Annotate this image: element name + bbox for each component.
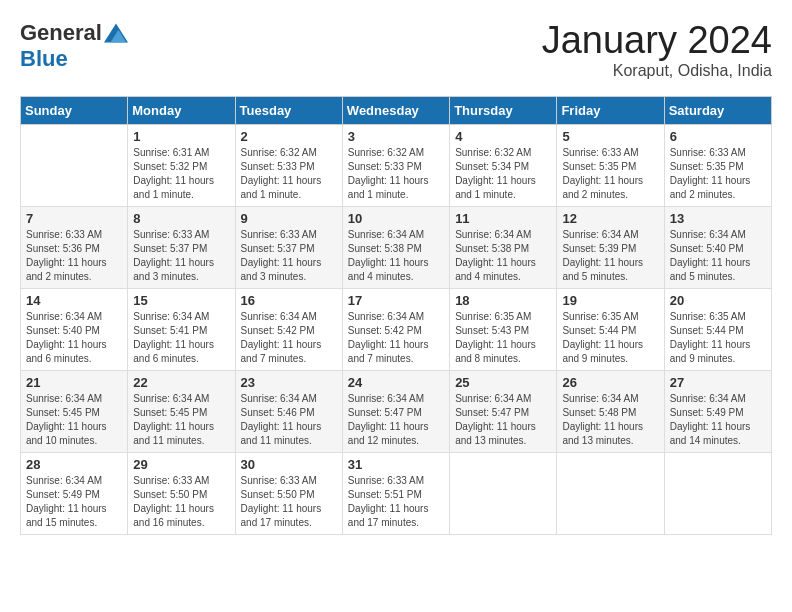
table-row: 20 Sunrise: 6:35 AMSunset: 5:44 PMDaylig…	[664, 288, 771, 370]
table-row	[557, 452, 664, 534]
day-info: Sunrise: 6:33 AMSunset: 5:36 PMDaylight:…	[26, 228, 122, 284]
day-info: Sunrise: 6:33 AMSunset: 5:35 PMDaylight:…	[670, 146, 766, 202]
day-number: 7	[26, 211, 122, 226]
table-row: 25 Sunrise: 6:34 AMSunset: 5:47 PMDaylig…	[450, 370, 557, 452]
day-number: 30	[241, 457, 337, 472]
table-row: 16 Sunrise: 6:34 AMSunset: 5:42 PMDaylig…	[235, 288, 342, 370]
page-header: General Blue January 2024 Koraput, Odish…	[20, 20, 772, 80]
day-number: 11	[455, 211, 551, 226]
day-info: Sunrise: 6:34 AMSunset: 5:49 PMDaylight:…	[670, 392, 766, 448]
table-row	[21, 124, 128, 206]
table-row: 15 Sunrise: 6:34 AMSunset: 5:41 PMDaylig…	[128, 288, 235, 370]
table-row: 7 Sunrise: 6:33 AMSunset: 5:36 PMDayligh…	[21, 206, 128, 288]
day-info: Sunrise: 6:33 AMSunset: 5:35 PMDaylight:…	[562, 146, 658, 202]
day-number: 6	[670, 129, 766, 144]
day-info: Sunrise: 6:33 AMSunset: 5:51 PMDaylight:…	[348, 474, 444, 530]
table-row: 23 Sunrise: 6:34 AMSunset: 5:46 PMDaylig…	[235, 370, 342, 452]
calendar-table: Sunday Monday Tuesday Wednesday Thursday…	[20, 96, 772, 535]
day-number: 27	[670, 375, 766, 390]
table-row: 8 Sunrise: 6:33 AMSunset: 5:37 PMDayligh…	[128, 206, 235, 288]
day-info: Sunrise: 6:34 AMSunset: 5:47 PMDaylight:…	[455, 392, 551, 448]
day-number: 17	[348, 293, 444, 308]
calendar-week-row: 28 Sunrise: 6:34 AMSunset: 5:49 PMDaylig…	[21, 452, 772, 534]
day-number: 3	[348, 129, 444, 144]
table-row: 11 Sunrise: 6:34 AMSunset: 5:38 PMDaylig…	[450, 206, 557, 288]
day-info: Sunrise: 6:34 AMSunset: 5:41 PMDaylight:…	[133, 310, 229, 366]
day-info: Sunrise: 6:31 AMSunset: 5:32 PMDaylight:…	[133, 146, 229, 202]
table-row: 24 Sunrise: 6:34 AMSunset: 5:47 PMDaylig…	[342, 370, 449, 452]
table-row	[450, 452, 557, 534]
day-info: Sunrise: 6:33 AMSunset: 5:37 PMDaylight:…	[133, 228, 229, 284]
day-info: Sunrise: 6:34 AMSunset: 5:42 PMDaylight:…	[241, 310, 337, 366]
header-friday: Friday	[557, 96, 664, 124]
table-row: 26 Sunrise: 6:34 AMSunset: 5:48 PMDaylig…	[557, 370, 664, 452]
day-number: 13	[670, 211, 766, 226]
table-row	[664, 452, 771, 534]
day-number: 28	[26, 457, 122, 472]
title-block: January 2024 Koraput, Odisha, India	[542, 20, 772, 80]
day-info: Sunrise: 6:34 AMSunset: 5:49 PMDaylight:…	[26, 474, 122, 530]
day-number: 8	[133, 211, 229, 226]
day-info: Sunrise: 6:34 AMSunset: 5:40 PMDaylight:…	[26, 310, 122, 366]
day-info: Sunrise: 6:35 AMSunset: 5:44 PMDaylight:…	[562, 310, 658, 366]
day-number: 1	[133, 129, 229, 144]
day-info: Sunrise: 6:34 AMSunset: 5:48 PMDaylight:…	[562, 392, 658, 448]
location: Koraput, Odisha, India	[542, 62, 772, 80]
table-row: 1 Sunrise: 6:31 AMSunset: 5:32 PMDayligh…	[128, 124, 235, 206]
table-row: 22 Sunrise: 6:34 AMSunset: 5:45 PMDaylig…	[128, 370, 235, 452]
day-info: Sunrise: 6:34 AMSunset: 5:38 PMDaylight:…	[455, 228, 551, 284]
table-row: 9 Sunrise: 6:33 AMSunset: 5:37 PMDayligh…	[235, 206, 342, 288]
day-number: 4	[455, 129, 551, 144]
day-number: 21	[26, 375, 122, 390]
day-number: 31	[348, 457, 444, 472]
day-info: Sunrise: 6:32 AMSunset: 5:33 PMDaylight:…	[241, 146, 337, 202]
table-row: 10 Sunrise: 6:34 AMSunset: 5:38 PMDaylig…	[342, 206, 449, 288]
day-number: 26	[562, 375, 658, 390]
day-number: 25	[455, 375, 551, 390]
logo: General Blue	[20, 20, 128, 72]
day-number: 5	[562, 129, 658, 144]
day-info: Sunrise: 6:33 AMSunset: 5:37 PMDaylight:…	[241, 228, 337, 284]
day-info: Sunrise: 6:34 AMSunset: 5:45 PMDaylight:…	[133, 392, 229, 448]
table-row: 2 Sunrise: 6:32 AMSunset: 5:33 PMDayligh…	[235, 124, 342, 206]
day-number: 22	[133, 375, 229, 390]
day-number: 2	[241, 129, 337, 144]
table-row: 17 Sunrise: 6:34 AMSunset: 5:42 PMDaylig…	[342, 288, 449, 370]
calendar-week-row: 7 Sunrise: 6:33 AMSunset: 5:36 PMDayligh…	[21, 206, 772, 288]
calendar-week-row: 1 Sunrise: 6:31 AMSunset: 5:32 PMDayligh…	[21, 124, 772, 206]
table-row: 31 Sunrise: 6:33 AMSunset: 5:51 PMDaylig…	[342, 452, 449, 534]
header-tuesday: Tuesday	[235, 96, 342, 124]
logo-general: General	[20, 20, 102, 46]
month-title: January 2024	[542, 20, 772, 62]
table-row: 13 Sunrise: 6:34 AMSunset: 5:40 PMDaylig…	[664, 206, 771, 288]
day-number: 15	[133, 293, 229, 308]
day-info: Sunrise: 6:33 AMSunset: 5:50 PMDaylight:…	[241, 474, 337, 530]
table-row: 14 Sunrise: 6:34 AMSunset: 5:40 PMDaylig…	[21, 288, 128, 370]
day-info: Sunrise: 6:32 AMSunset: 5:34 PMDaylight:…	[455, 146, 551, 202]
header-wednesday: Wednesday	[342, 96, 449, 124]
table-row: 4 Sunrise: 6:32 AMSunset: 5:34 PMDayligh…	[450, 124, 557, 206]
day-number: 9	[241, 211, 337, 226]
day-number: 14	[26, 293, 122, 308]
table-row: 5 Sunrise: 6:33 AMSunset: 5:35 PMDayligh…	[557, 124, 664, 206]
day-info: Sunrise: 6:34 AMSunset: 5:45 PMDaylight:…	[26, 392, 122, 448]
day-info: Sunrise: 6:34 AMSunset: 5:39 PMDaylight:…	[562, 228, 658, 284]
day-info: Sunrise: 6:35 AMSunset: 5:44 PMDaylight:…	[670, 310, 766, 366]
table-row: 27 Sunrise: 6:34 AMSunset: 5:49 PMDaylig…	[664, 370, 771, 452]
day-number: 24	[348, 375, 444, 390]
day-number: 16	[241, 293, 337, 308]
day-info: Sunrise: 6:34 AMSunset: 5:47 PMDaylight:…	[348, 392, 444, 448]
table-row: 6 Sunrise: 6:33 AMSunset: 5:35 PMDayligh…	[664, 124, 771, 206]
logo-icon	[104, 23, 128, 43]
header-monday: Monday	[128, 96, 235, 124]
header-saturday: Saturday	[664, 96, 771, 124]
table-row: 12 Sunrise: 6:34 AMSunset: 5:39 PMDaylig…	[557, 206, 664, 288]
day-info: Sunrise: 6:34 AMSunset: 5:42 PMDaylight:…	[348, 310, 444, 366]
table-row: 18 Sunrise: 6:35 AMSunset: 5:43 PMDaylig…	[450, 288, 557, 370]
header-thursday: Thursday	[450, 96, 557, 124]
table-row: 21 Sunrise: 6:34 AMSunset: 5:45 PMDaylig…	[21, 370, 128, 452]
day-number: 12	[562, 211, 658, 226]
logo-blue: Blue	[20, 46, 68, 72]
table-row: 19 Sunrise: 6:35 AMSunset: 5:44 PMDaylig…	[557, 288, 664, 370]
day-number: 23	[241, 375, 337, 390]
